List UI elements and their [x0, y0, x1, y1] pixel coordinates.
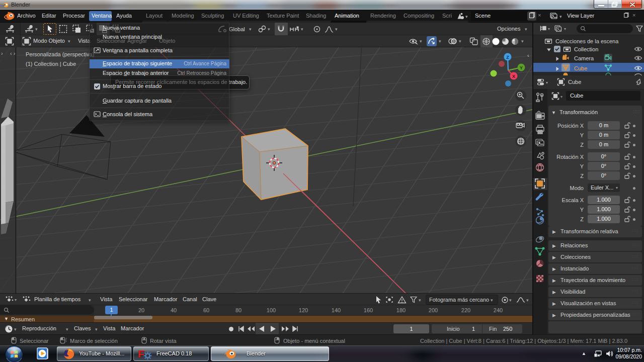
svg-text:X: X	[512, 74, 515, 79]
svg-text:Z: Z	[506, 55, 509, 60]
svg-text:Y: Y	[520, 65, 523, 70]
